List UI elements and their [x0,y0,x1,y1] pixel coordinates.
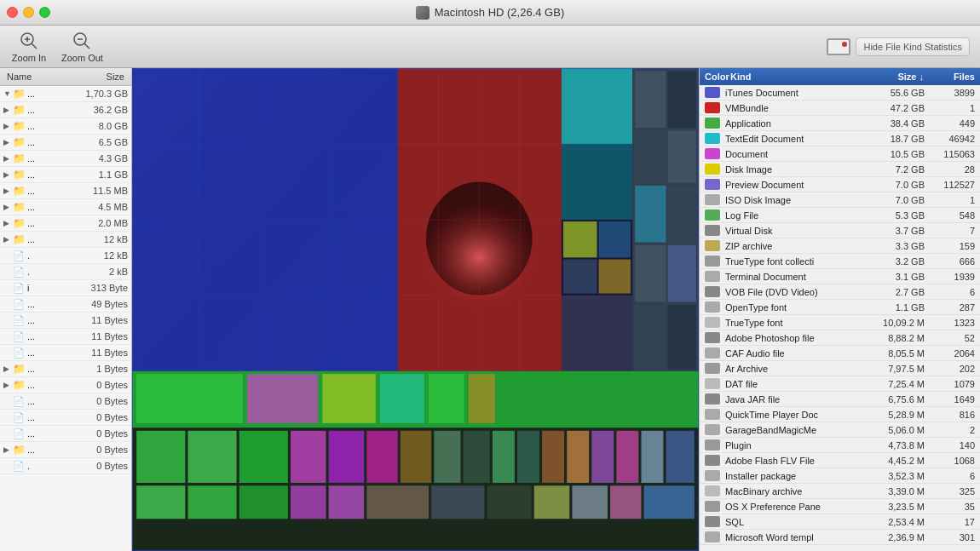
stats-kind-label: VOB File (DVD Video) [725,287,856,297]
file-item-size: 12 kB [72,250,128,261]
file-list-item[interactable]: ▶📁...4.5 MB [0,199,131,215]
file-item-arrow-icon: ▶ [3,154,12,163]
stats-row[interactable]: OS X Preference Pane3,23.5 M35 [700,499,980,514]
file-list-item[interactable]: ▶📁...2.0 MB [0,215,131,232]
stats-row[interactable]: Disk Image7.2 GB28 [700,162,980,177]
file-list-item[interactable]: 📄...49 Bytes [0,296,131,313]
file-list[interactable]: ▼📁...1,70.3 GB▶📁...36.2 GB▶📁...8.0 GB▶📁.… [0,86,131,551]
stats-list[interactable]: iTunes Document55.6 GB3899VMBundle47.2 G… [700,85,980,551]
stats-row[interactable]: CAF Audio file8,05.5 M2064 [700,346,980,361]
stats-row[interactable]: DAT file7,25.4 M1079 [700,376,980,392]
file-list-item[interactable]: ▶📁...0 Bytes [0,377,131,393]
stats-row[interactable]: Adobe Photoshop file8,88.2 M52 [700,330,980,346]
stats-row[interactable]: VOB File (DVD Video)2.7 GB6 [700,284,980,300]
stats-row[interactable]: ZIP archive3.3 GB159 [700,238,980,254]
close-button[interactable] [7,7,18,18]
stats-row[interactable]: Log File5.3 GB548 [700,208,980,223]
stats-row[interactable]: TrueType font collecti3.2 GB666 [700,254,980,269]
maximize-button[interactable] [39,7,50,18]
stats-row[interactable]: QuickTime Player Doc5,28.9 M816 [700,407,980,422]
stats-files-value: 28 [928,164,975,175]
zoom-out-button[interactable]: Zoom Out [61,31,103,63]
stats-row[interactable]: Plugin4,73.8 M140 [700,438,980,453]
stats-row[interactable]: TextEdit Document18.7 GB46942 [700,131,980,146]
stats-row[interactable]: Ar Archive7,97.5 M202 [700,361,980,376]
file-list-item[interactable]: 📄...0 Bytes [0,393,131,410]
file-list-item[interactable]: ▼📁...1,70.3 GB [0,86,131,102]
file-item-name: ... [27,121,72,131]
file-list-item[interactable]: ▶📁...36.2 GB [0,102,131,118]
stats-row[interactable]: Document10.5 GB115063 [700,146,980,162]
treemap-container[interactable] [132,68,699,551]
file-icon: 📄 [12,459,26,473]
svg-rect-50 [429,374,464,423]
file-item-name: ... [27,396,72,406]
minimize-button[interactable] [23,7,34,18]
file-list-item[interactable]: ▶📁...8.0 GB [0,118,131,135]
stats-row[interactable]: Terminal Document3.1 GB1939 [700,269,980,284]
stats-color-swatch [705,271,720,282]
file-item-name: ... [27,364,72,374]
svg-rect-79 [572,485,608,519]
file-list-item[interactable]: 📄...0 Bytes [0,410,131,426]
file-item-size: 2.0 MB [72,218,128,228]
file-list-item[interactable]: 📄.2 kB [0,264,131,280]
file-item-size: 0 Bytes [72,380,128,390]
stats-kind-label: Java JAR file [725,394,856,405]
file-list-item[interactable]: ▶📁...0 Bytes [0,442,131,458]
stats-color-swatch [705,118,720,129]
stats-row[interactable]: Microsoft Word templ2,36.9 M301 [700,530,980,545]
file-list-item[interactable]: ▶📁...1.1 GB [0,167,131,183]
file-list-item[interactable]: 📄...11 Bytes [0,345,131,361]
stats-row[interactable]: MacBinary archive3,39.0 M325 [700,484,980,499]
file-list-item[interactable]: 📄...11 Bytes [0,329,131,345]
svg-rect-80 [610,485,641,519]
file-list-item[interactable]: ▶📁...6.5 GB [0,135,131,151]
file-list-item[interactable]: ▶📁...4.3 GB [0,151,131,167]
svg-rect-77 [487,485,532,519]
file-list-item[interactable]: ▶📁...12 kB [0,232,131,248]
stats-row[interactable]: Java JAR file6,75.6 M1649 [700,392,980,407]
zoom-in-button[interactable]: Zoom In [10,31,48,63]
stats-row[interactable]: ISO Disk Image7.0 GB1 [700,192,980,208]
stats-files-value: 548 [928,210,975,221]
stats-row[interactable]: Virtual Disk3.7 GB7 [700,223,980,238]
file-list-item[interactable]: ▶📁...1 Bytes [0,361,131,377]
file-item-size: 11.5 MB [72,186,128,196]
stats-row[interactable]: SQL2,53.4 M17 [700,514,980,530]
stats-row[interactable]: Installer package3,52.3 M6 [700,468,980,484]
file-list-item[interactable]: 📄...11 Bytes [0,313,131,329]
svg-rect-29 [599,221,631,257]
stats-size-value: 3,39.0 M [856,486,925,496]
stats-color-swatch [705,485,720,496]
stats-row[interactable]: Adobe Flash FLV File4,45.2 M1068 [700,453,980,468]
stats-color-swatch [705,455,720,466]
stats-row[interactable]: TrueType font10,09.2 M1323 [700,315,980,330]
hide-stats-button[interactable]: Hide File Kind Statistics [856,37,970,56]
file-item-size: 0 Bytes [72,428,128,439]
file-list-item[interactable]: 📄.0 Bytes [0,458,131,474]
stats-row[interactable]: iTunes Document55.6 GB3899 [700,85,980,100]
stats-row[interactable]: Application38.4 GB449 [700,116,980,131]
stats-row[interactable]: GarageBandMagicMe5,06.0 M2 [700,422,980,438]
stats-files-value: 1649 [928,394,975,405]
svg-rect-66 [591,431,614,483]
stats-files-value: 46942 [928,134,975,144]
file-item-name: ... [27,218,72,228]
stats-color-swatch [705,347,720,359]
stats-size-value: 5,28.9 M [856,410,925,420]
file-list-item[interactable]: 📄...0 Bytes [0,426,131,442]
folder-icon: 📁 [12,119,26,133]
stats-files-value: 115063 [928,149,975,159]
stats-size-value: 3.3 GB [856,241,925,251]
stats-row[interactable]: Preview Document7.0 GB112527 [700,177,980,192]
svg-rect-46 [136,374,243,423]
svg-rect-49 [380,374,424,423]
file-list-item[interactable]: 📄.12 kB [0,248,131,264]
file-list-item[interactable]: ▶📁...11.5 MB [0,183,131,199]
stats-row[interactable]: OpenType font1.1 GB287 [700,300,980,315]
stats-row[interactable]: VMBundle47.2 GB1 [700,100,980,116]
stats-files-value: 3899 [928,88,975,98]
file-list-item[interactable]: 📄i313 Byte [0,280,131,296]
file-item-size: 4.3 GB [72,153,128,164]
